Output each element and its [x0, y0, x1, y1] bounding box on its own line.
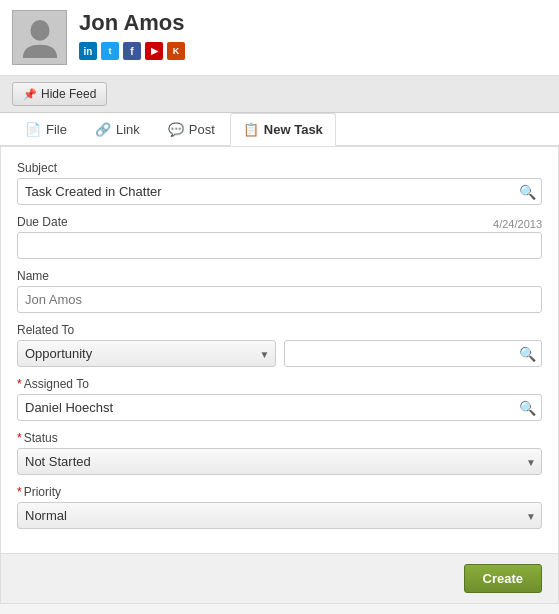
form-footer: Create	[1, 553, 558, 603]
link-tab-label: Link	[116, 122, 140, 137]
youtube-icon[interactable]: ▶	[145, 42, 163, 60]
create-button[interactable]: Create	[464, 564, 542, 593]
related-to-label: Related To	[17, 323, 542, 337]
priority-group: Priority Normal High Low ▼	[17, 485, 542, 529]
svg-point-0	[30, 19, 49, 40]
hide-feed-button[interactable]: 📌 Hide Feed	[12, 82, 107, 106]
related-to-group: Related To Opportunity Account Contact L…	[17, 323, 542, 367]
tab-link[interactable]: 🔗 Link	[82, 113, 153, 145]
new-task-form: Subject 🔍 Due Date 4/24/2013 Name Relate…	[0, 146, 559, 604]
assigned-to-group: Assigned To 🔍	[17, 377, 542, 421]
file-tab-icon: 📄	[25, 122, 41, 137]
related-to-value-wrapper: 🔍	[284, 340, 543, 367]
link-tab-icon: 🔗	[95, 122, 111, 137]
subject-group: Subject 🔍	[17, 161, 542, 205]
form-body: Subject 🔍 Due Date 4/24/2013 Name Relate…	[1, 147, 558, 553]
subject-label: Subject	[17, 161, 542, 175]
avatar	[12, 10, 67, 65]
priority-select[interactable]: Normal High Low	[17, 502, 542, 529]
name-label: Name	[17, 269, 542, 283]
feed-bar: 📌 Hide Feed	[0, 76, 559, 113]
social-icons: in t f ▶ K	[79, 42, 185, 60]
hide-feed-icon: 📌	[23, 88, 37, 101]
status-select[interactable]: Not Started In Progress Completed Waitin…	[17, 448, 542, 475]
assigned-to-input-wrapper: 🔍	[17, 394, 542, 421]
due-date-label: Due Date	[17, 215, 68, 229]
related-to-search-icon[interactable]: 🔍	[519, 346, 536, 362]
status-group: Status Not Started In Progress Completed…	[17, 431, 542, 475]
subject-search-icon[interactable]: 🔍	[519, 184, 536, 200]
assigned-to-input[interactable]	[17, 394, 542, 421]
twitter-icon[interactable]: t	[101, 42, 119, 60]
due-date-label-row: Due Date 4/24/2013	[17, 215, 542, 232]
status-select-wrapper: Not Started In Progress Completed Waitin…	[17, 448, 542, 475]
chatter-tabs: 📄 File 🔗 Link 💬 Post 📋 New Task	[0, 113, 559, 146]
new-task-tab-label: New Task	[264, 122, 323, 137]
due-date-input[interactable]	[17, 232, 542, 259]
assigned-to-label: Assigned To	[17, 377, 542, 391]
subject-input[interactable]	[17, 178, 542, 205]
priority-label: Priority	[17, 485, 542, 499]
profile-header: Jon Amos in t f ▶ K	[0, 0, 559, 76]
hide-feed-label: Hide Feed	[41, 87, 96, 101]
status-label: Status	[17, 431, 542, 445]
related-to-value-input[interactable]	[284, 340, 543, 367]
linkedin-icon[interactable]: in	[79, 42, 97, 60]
due-date-hint: 4/24/2013	[493, 218, 542, 230]
file-tab-label: File	[46, 122, 67, 137]
related-to-row: Opportunity Account Contact Lead Case ▼ …	[17, 340, 542, 367]
name-group: Name	[17, 269, 542, 313]
klout-icon[interactable]: K	[167, 42, 185, 60]
tab-new-task[interactable]: 📋 New Task	[230, 113, 336, 146]
facebook-icon[interactable]: f	[123, 42, 141, 60]
profile-info: Jon Amos in t f ▶ K	[79, 10, 185, 60]
new-task-tab-icon: 📋	[243, 122, 259, 137]
post-tab-label: Post	[189, 122, 215, 137]
related-to-select[interactable]: Opportunity Account Contact Lead Case	[17, 340, 276, 367]
tab-post[interactable]: 💬 Post	[155, 113, 228, 145]
name-input[interactable]	[17, 286, 542, 313]
assigned-to-search-icon[interactable]: 🔍	[519, 400, 536, 416]
related-to-select-wrapper: Opportunity Account Contact Lead Case ▼	[17, 340, 276, 367]
due-date-group: Due Date 4/24/2013	[17, 215, 542, 259]
post-tab-icon: 💬	[168, 122, 184, 137]
subject-input-wrapper: 🔍	[17, 178, 542, 205]
profile-name: Jon Amos	[79, 10, 185, 36]
priority-select-wrapper: Normal High Low ▼	[17, 502, 542, 529]
tab-file[interactable]: 📄 File	[12, 113, 80, 145]
